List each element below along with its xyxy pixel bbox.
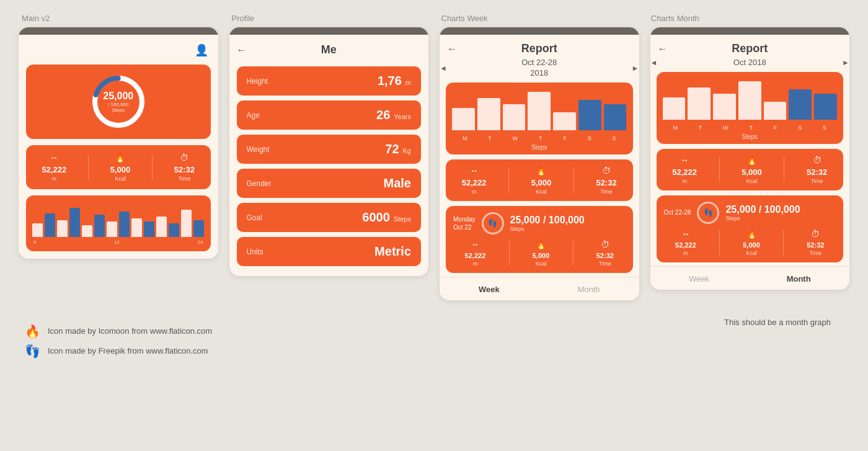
age-right: 26 Years — [376, 108, 411, 122]
week-day-time: ⏱ 52:32 Time — [596, 239, 614, 267]
prev-week-arrow[interactable]: ◄ — [440, 64, 447, 73]
week-bar-s1 — [578, 100, 601, 130]
screen1-body: 👤 25,000 / 100,000 — [19, 35, 218, 259]
back-arrow-profile[interactable]: ← — [237, 45, 247, 56]
month-steps-label: Steps — [663, 133, 838, 140]
next-month-arrow[interactable]: ► — [842, 58, 849, 67]
month-day-distance: ↔ 52,222 m — [675, 229, 696, 256]
screen-main: 👤 25,000 / 100,000 — [19, 27, 218, 259]
donut-container: 25,000 / 100,000 Steps — [91, 74, 146, 130]
profile-row-units: Units Metric — [237, 237, 422, 266]
month-day-m: M — [673, 125, 678, 131]
user-icon[interactable]: 👤 — [195, 43, 208, 57]
month-day-time-unit: Time — [809, 250, 822, 256]
goal-value: 6000 — [362, 210, 390, 225]
time-unit: Time — [179, 176, 191, 182]
week-day-time-val: 52:32 — [596, 252, 614, 259]
footer-row-2: 👣 Icon made by Freepik from www.flaticon… — [25, 344, 212, 359]
week-day-time-unit: Time — [599, 261, 611, 267]
week-time-value: 52:32 — [596, 178, 616, 187]
month-bar-s2 — [814, 94, 837, 120]
bar-label-0: 0 — [33, 239, 36, 245]
week-day-m: M — [463, 135, 467, 141]
report-bar-card-week: M T W T F S S Steps — [446, 83, 633, 154]
top-bar-main — [19, 27, 218, 35]
week-stat-time: ⏱ 52:32 Time — [596, 166, 616, 195]
age-value: 26 — [376, 108, 390, 122]
screen-label-charts-month: Charts Month — [651, 12, 849, 24]
month-date-range: Oct 2018 — [670, 58, 830, 68]
screen-label-charts-week: Charts Week — [441, 12, 640, 24]
month-day-div1 — [719, 230, 720, 255]
month-stat-distance: ↔ 52,222 m — [672, 155, 697, 184]
week-calories-unit: Kcal — [536, 189, 547, 195]
week-day-sub-stats: ↔ 52,222 m 🔥 5,000 Kcal ⏱ — [453, 239, 626, 267]
week-steps-label: Steps — [452, 144, 627, 151]
week-stat-distance: ↔ 52,222 m — [462, 166, 487, 195]
month-bottom-tabs: Week Month — [650, 266, 850, 290]
week-day-calories: 🔥 5,000 Kcal — [533, 239, 550, 267]
footer-fire-icon: 🔥 — [25, 324, 40, 339]
week-calories-value: 5,000 — [531, 178, 552, 187]
screen-profile: ← Me Height 1,76 m Age 26 Years — [229, 27, 429, 276]
month-day-calories: 🔥 5,000 Kcal — [743, 229, 760, 256]
gender-label: Gender — [247, 179, 272, 188]
prev-month-arrow[interactable]: ◄ — [650, 58, 658, 67]
week-tab-month[interactable]: Month — [577, 285, 600, 294]
month-footsteps-icon: 👣 — [704, 208, 713, 217]
bar-chart-card: 0 12 24 — [26, 195, 211, 251]
charts-week-title: Report — [521, 42, 557, 55]
back-arrow-month[interactable]: ← — [658, 43, 668, 55]
month-distance-unit: m — [682, 178, 687, 184]
bar-labels: 0 12 24 — [32, 239, 205, 245]
bar-9 — [131, 218, 142, 237]
month-day-steps-count: 25,000 / 100,000 — [725, 204, 836, 215]
week-day-steps-count: 25,000 / 100,000 — [510, 215, 626, 226]
week-day-f: F — [563, 135, 567, 141]
week-bar-t2 — [528, 92, 551, 130]
month-graph-note: This should be a month graph — [724, 318, 849, 327]
distance-value: 52,222 — [42, 165, 66, 174]
month-stat-calories: 🔥 5,000 Kcal — [742, 155, 762, 184]
bar-label-12: 12 — [114, 239, 120, 245]
month-day-detail: Oct 22-28 👣 25,000 / 100,000 Steps — [657, 195, 844, 262]
time-value: 52:32 — [174, 165, 195, 174]
next-week-arrow[interactable]: ► — [632, 64, 639, 73]
donut-text: 25,000 / 100,000 Steps — [103, 91, 133, 114]
calories-unit: Kcal — [115, 176, 126, 182]
gender-right: Male — [384, 176, 411, 190]
bar-7 — [107, 221, 117, 237]
report-bar-area-month — [663, 79, 838, 120]
bar-8 — [119, 212, 130, 237]
month-calories-icon: 🔥 — [746, 155, 757, 165]
steps-value: 25,000 — [103, 91, 133, 102]
weight-right: 72 Kg — [385, 142, 411, 156]
month-stat-divider-2 — [784, 157, 784, 182]
month-day-f: F — [774, 125, 777, 131]
month-tab-month[interactable]: Month — [787, 274, 811, 284]
weight-label: Weight — [247, 145, 270, 154]
month-day-distance-icon: ↔ — [681, 229, 690, 239]
steps-goal: / 100,000 Steps — [103, 101, 133, 113]
bar-label-24: 24 — [198, 239, 203, 245]
week-time-unit: Time — [600, 189, 613, 195]
month-bar-s1 — [789, 89, 812, 120]
distance-icon: ↔ — [50, 153, 58, 163]
back-arrow-week[interactable]: ← — [447, 43, 457, 55]
bar-3 — [57, 220, 68, 238]
charts-week-header: ← Report — [440, 35, 639, 58]
week-tab-week[interactable]: Week — [479, 285, 500, 294]
weight-value: 72 — [385, 142, 399, 156]
calories-value: 5,000 — [110, 165, 131, 174]
bar-6 — [94, 215, 105, 237]
week-day-label: Monday Oct 22 — [453, 215, 476, 231]
profile-row-goal: Goal 6000 Steps — [237, 203, 422, 232]
month-tab-week[interactable]: Week — [689, 274, 709, 284]
units-value: Metric — [374, 244, 411, 259]
week-day-calories-icon: 🔥 — [536, 239, 546, 249]
height-right: 1,76 m — [378, 74, 411, 88]
goal-label: Goal — [247, 213, 262, 222]
top-bar-profile — [229, 27, 429, 35]
chart-week-body: M T W T F S S Steps ↔ 52,222 m — [440, 79, 639, 277]
week-stat-divider-1 — [508, 167, 509, 192]
